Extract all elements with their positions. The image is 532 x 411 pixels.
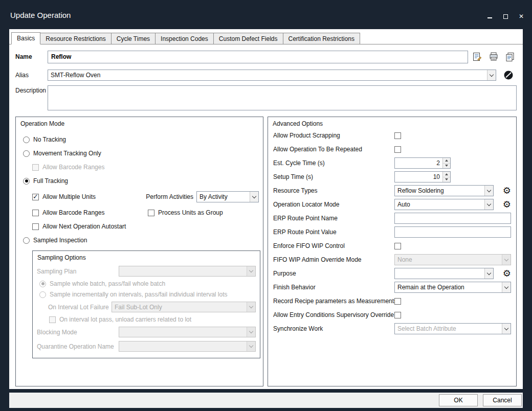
checkbox-icon bbox=[32, 223, 39, 230]
erp-route-point-value-input[interactable] bbox=[394, 226, 511, 238]
description-textarea[interactable] bbox=[48, 85, 517, 110]
chevron-down-icon bbox=[487, 201, 491, 206]
synchronize-work-combobox[interactable]: Select Batch Attribute bbox=[394, 323, 511, 334]
tab-custom-defect-fields[interactable]: Custom Defect Fields bbox=[213, 33, 283, 44]
alias-value: SMT-Reflow Oven bbox=[48, 72, 487, 79]
spin-down-button[interactable] bbox=[443, 163, 450, 169]
synchronize-work-value: Select Batch Attribute bbox=[395, 325, 502, 332]
dropdown-button[interactable] bbox=[502, 324, 511, 334]
allow-next-operation-autostart-label: Allow Next Operation Autostart bbox=[42, 223, 126, 230]
edit-document-icon[interactable] bbox=[472, 52, 482, 62]
sampling-plan-combobox bbox=[119, 266, 256, 277]
interval-lot-failure-label: On Interval Lot Failure bbox=[48, 304, 112, 311]
barcode-group-row: Allow Barcode Ranges Process Units as Gr… bbox=[32, 209, 259, 216]
radio-full-tracking[interactable]: Full Tracking bbox=[23, 177, 259, 185]
cancel-button[interactable]: Cancel bbox=[483, 394, 522, 406]
resource-types-row: Resource Types Reflow Soldering ⚙ bbox=[273, 185, 511, 196]
dropdown-button[interactable] bbox=[484, 186, 493, 196]
record-recipe-label: Record Recipe parameters as Measurements bbox=[273, 298, 394, 305]
perform-activities-combobox[interactable]: By Activity bbox=[196, 191, 259, 202]
fifo-admin-override-combobox: None bbox=[394, 254, 511, 265]
purpose-row: Purpose ⚙ bbox=[273, 268, 511, 279]
checkbox-allow-product-scrapping[interactable] bbox=[394, 132, 401, 139]
tab-basics[interactable]: Basics bbox=[11, 32, 40, 44]
sampling-options-group: Sampling Options Sampling Plan Sample wh… bbox=[32, 250, 260, 358]
setup-time-row: Setup Time (s) 10 bbox=[273, 171, 511, 182]
allow-product-scrapping-label: Allow Product Scrapping bbox=[273, 132, 394, 139]
dropdown-button[interactable] bbox=[484, 268, 493, 279]
est-cycle-time-row: Est. Cycle Time (s) 2 bbox=[273, 157, 511, 169]
radio-no-tracking[interactable]: No Tracking bbox=[23, 136, 259, 143]
checkbox-allow-operation-repeated[interactable] bbox=[394, 146, 401, 153]
window-controls: ✕ bbox=[486, 13, 525, 19]
operation-locator-mode-label: Operation Locator Mode bbox=[273, 201, 394, 208]
dropdown-button bbox=[247, 266, 255, 276]
spin-down-button[interactable] bbox=[443, 177, 450, 182]
minimize-button[interactable] bbox=[486, 13, 493, 19]
checkbox-entry-conditions-override[interactable] bbox=[394, 312, 401, 318]
entry-conditions-label: Allow Entry Conditions Supervisory Overr… bbox=[273, 311, 394, 318]
checkbox-interval-pass-unload: On interval lot pass, unload carriers re… bbox=[49, 316, 256, 323]
allow-multiple-units-label: Allow Multiple Units bbox=[42, 193, 96, 200]
erp-route-point-value-label: ERP Route Point Value bbox=[273, 229, 394, 236]
purpose-gear-icon[interactable]: ⚙ bbox=[503, 269, 511, 278]
erp-route-point-name-label: ERP Route Point Name bbox=[273, 215, 394, 222]
erp-route-point-name-input[interactable] bbox=[394, 213, 511, 224]
tab-certification-restrictions[interactable]: Certification Restrictions bbox=[283, 33, 360, 44]
finish-behavior-combobox[interactable]: Remain at the Operation bbox=[394, 282, 511, 293]
tab-inspection-codes[interactable]: Inspection Codes bbox=[155, 33, 214, 44]
est-cycle-time-label: Est. Cycle Time (s) bbox=[273, 159, 394, 167]
checkbox-allow-next-operation-autostart[interactable]: Allow Next Operation Autostart bbox=[32, 223, 259, 230]
allow-operation-repeated-label: Allow Operation To Be Repeated bbox=[273, 146, 394, 153]
full-tracking-label: Full Tracking bbox=[33, 177, 68, 185]
operation-locator-mode-combobox[interactable]: Auto bbox=[394, 199, 494, 210]
operation-mode-body: No Tracking Movement Tracking Only Allow… bbox=[16, 127, 263, 358]
checkbox-enforce-fifo[interactable] bbox=[394, 243, 401, 249]
radio-movement-tracking-only[interactable]: Movement Tracking Only bbox=[23, 150, 259, 157]
alias-combobox[interactable]: SMT-Reflow Oven bbox=[48, 70, 496, 81]
allow-barcode-ranges-label: Allow Barcode Ranges bbox=[42, 209, 104, 216]
tab-cycle-times[interactable]: Cycle Times bbox=[111, 33, 156, 44]
checkbox-allow-barcode-ranges-movement: Allow Barcode Ranges bbox=[32, 164, 259, 171]
operation-locator-gear-icon[interactable]: ⚙ bbox=[503, 200, 511, 209]
radio-sampled-inspection[interactable]: Sampled Inspection bbox=[23, 237, 259, 244]
resource-types-combobox[interactable]: Reflow Soldering bbox=[394, 185, 494, 196]
ok-button[interactable]: OK bbox=[439, 394, 478, 406]
name-input[interactable] bbox=[48, 51, 468, 63]
advanced-options-title: Advanced Options bbox=[268, 117, 516, 127]
setup-time-spinner[interactable]: 10 bbox=[394, 171, 451, 182]
operation-locator-mode-row: Operation Locator Mode Auto ⚙ bbox=[273, 199, 511, 210]
est-cycle-time-spinner[interactable]: 2 bbox=[394, 157, 451, 169]
erp-route-point-value-row: ERP Route Point Value bbox=[273, 226, 511, 238]
blocking-mode-label: Blocking Mode bbox=[37, 329, 119, 336]
maximize-button[interactable] bbox=[502, 13, 509, 19]
purpose-combobox[interactable] bbox=[394, 268, 494, 279]
arrow-up-icon bbox=[445, 159, 448, 162]
dropdown-button[interactable] bbox=[502, 282, 511, 292]
checkbox-allow-multiple-units[interactable] bbox=[32, 194, 39, 200]
prohibit-icon[interactable] bbox=[503, 70, 514, 80]
spin-up-button[interactable] bbox=[443, 172, 450, 177]
alias-label: Alias bbox=[15, 72, 48, 79]
erp-route-point-name-row: ERP Route Point Name bbox=[273, 213, 511, 224]
interval-pass-unload-label: On interval lot pass, unload carriers re… bbox=[59, 316, 191, 323]
alias-dropdown-button[interactable] bbox=[487, 70, 496, 80]
checkbox-process-units-as-group[interactable]: Process Units as Group bbox=[148, 209, 223, 216]
sample-incrementally-label: Sample incrementally on intervals, pass/… bbox=[50, 291, 228, 298]
titlebar[interactable]: Update Operation ✕ bbox=[0, 0, 532, 29]
resource-types-gear-icon[interactable]: ⚙ bbox=[503, 186, 511, 195]
dropdown-button[interactable] bbox=[484, 199, 493, 210]
print-icon[interactable] bbox=[489, 52, 499, 62]
checkbox-icon bbox=[148, 210, 154, 216]
chevron-down-icon bbox=[490, 72, 494, 76]
spin-up-button[interactable] bbox=[443, 158, 450, 163]
chevron-down-icon bbox=[504, 284, 508, 288]
checkbox-allow-barcode-ranges[interactable]: Allow Barcode Ranges bbox=[32, 209, 148, 216]
checkbox-record-recipe[interactable] bbox=[394, 298, 401, 305]
tab-resource-restrictions[interactable]: Resource Restrictions bbox=[40, 33, 111, 44]
close-button[interactable]: ✕ bbox=[518, 13, 525, 19]
footer-button-bar: OK Cancel bbox=[9, 393, 523, 408]
radio-icon bbox=[23, 136, 30, 143]
copy-document-icon[interactable] bbox=[505, 52, 515, 62]
dropdown-button[interactable] bbox=[250, 192, 258, 202]
